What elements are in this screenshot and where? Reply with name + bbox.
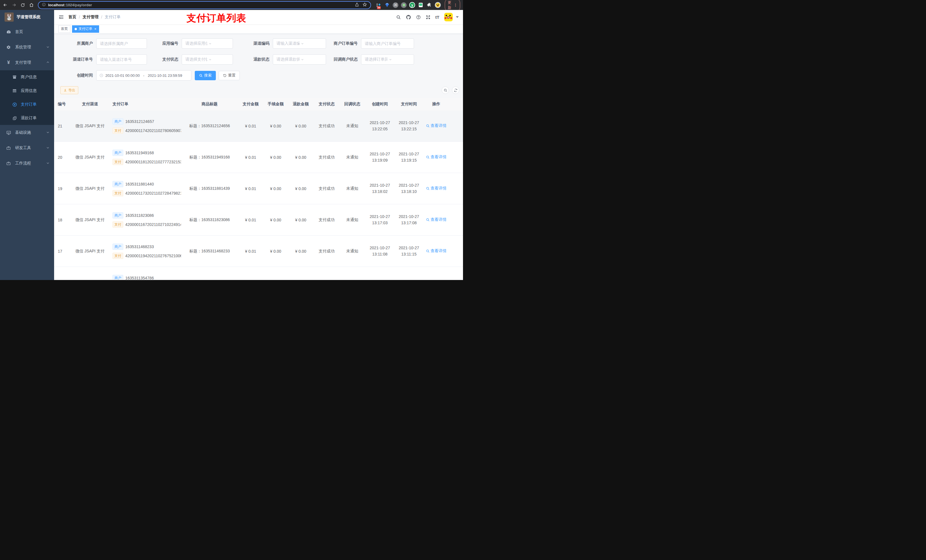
chevron-down-icon xyxy=(301,42,324,45)
sidebar-item-system[interactable]: 系统管理 xyxy=(0,39,54,55)
sidebar-item-merchant-info[interactable]: 商户信息 xyxy=(0,70,54,84)
sidebar-item-dev-tools[interactable]: 研发工具 xyxy=(0,140,54,155)
fullscreen-icon[interactable] xyxy=(426,15,431,20)
sidebar-item-label: 支付订单 xyxy=(21,102,37,107)
browser-menu-icon[interactable]: ⋮ xyxy=(454,3,457,7)
browser-reload-icon[interactable] xyxy=(21,3,25,8)
toggle-search-button[interactable] xyxy=(442,86,449,94)
extension-gem-icon[interactable] xyxy=(384,2,390,8)
reset-button[interactable]: 重置 xyxy=(219,71,240,80)
extension-diamond-icon[interactable]: 10 xyxy=(375,2,381,8)
merchant-tag: 商户 xyxy=(112,212,123,219)
channel-order-no-input[interactable] xyxy=(96,54,147,65)
breadcrumb: 首页 / 支付管理 / 支付订单 xyxy=(68,15,121,20)
view-detail-link[interactable]: 查看详情 xyxy=(426,186,446,191)
extension-dot-icon[interactable] xyxy=(401,2,407,8)
sidebar-item-label: 支付管理 xyxy=(15,60,31,65)
font-size-button[interactable]: tT xyxy=(436,15,439,20)
view-detail-link[interactable]: 查看详情 xyxy=(426,248,446,254)
pay-tag: 支付 xyxy=(112,221,123,228)
view-detail-link[interactable]: 查看详情 xyxy=(426,154,446,160)
channel-code-select[interactable]: 请输入渠道编码 xyxy=(273,38,326,49)
col-header-channel: 支付渠道 xyxy=(70,101,110,107)
refresh-button[interactable] xyxy=(452,86,459,94)
app-logo-row[interactable]: 🐰 芋道管理系统 xyxy=(0,10,54,24)
sidebar-item-refund-order[interactable]: 退款订单 xyxy=(0,111,54,125)
cell-refund-amount: ¥ 0.00 xyxy=(288,218,313,222)
view-detail-link[interactable]: 查看详情 xyxy=(426,217,446,222)
chevron-down-icon xyxy=(46,161,50,166)
sidebar-item-pay-order[interactable]: 支付订单 xyxy=(0,98,54,111)
bookmark-star-icon[interactable] xyxy=(363,2,367,8)
tag-close-icon[interactable]: × xyxy=(94,27,97,31)
merchant-select-input[interactable] xyxy=(96,38,147,49)
cell-pay-amount: ¥ 0.01 xyxy=(238,155,263,160)
avatar[interactable] xyxy=(444,13,453,21)
sidebar-item-payment[interactable]: ¥ 支付管理 xyxy=(0,55,54,70)
sidebar-item-home[interactable]: 首页 xyxy=(0,24,54,39)
url-host: localhost xyxy=(48,3,64,7)
cell-paid-time: 2021-10-2713:11:15 xyxy=(395,246,422,257)
cell-product-title: 标题：1635311468233 xyxy=(181,249,238,254)
avatar-caret-icon[interactable] xyxy=(456,16,459,18)
extension-chat-icon[interactable] xyxy=(418,2,424,8)
date-end-value[interactable]: 2021-10-31 23:59:59 xyxy=(148,73,182,78)
create-time-range-picker[interactable]: 2021-10-01 00:00:00 - 2021-10-31 23:59:5… xyxy=(96,70,191,80)
cell-refund-amount: ¥ 0.00 xyxy=(288,155,313,160)
sidebar-fold-icon[interactable] xyxy=(58,14,64,20)
top-navbar: 首页 / 支付管理 / 支付订单 tT xyxy=(54,10,463,24)
sidebar-item-workflow[interactable]: 工作流程 xyxy=(0,155,54,171)
update-button[interactable]: 更新 ⋮ xyxy=(445,0,460,11)
chevron-down-icon xyxy=(389,58,412,61)
refund-status-select[interactable]: 请选择退款状态 xyxy=(273,54,326,65)
merchant-tag: 商户 xyxy=(112,244,123,250)
extension-puzzle-icon[interactable] xyxy=(426,2,432,8)
merchant-order-no: 1635311823086 xyxy=(125,213,154,218)
merchant-order-no-input[interactable] xyxy=(361,38,414,49)
breadcrumb-pay-manage[interactable]: 支付管理 xyxy=(83,15,98,20)
search-button[interactable]: 搜索 xyxy=(195,71,216,80)
sidebar-item-app-info[interactable]: 应用信息 xyxy=(0,84,54,98)
toolbox-icon xyxy=(6,146,11,150)
table-row: 20 微信 JSAPI 支付 商户 1635311949168 支付 42000… xyxy=(54,142,463,173)
yen-icon: ¥ xyxy=(6,60,11,65)
cell-order-id: 17 xyxy=(54,249,70,254)
sidebar-item-infrastructure[interactable]: 基础设施 xyxy=(0,125,54,140)
extension-icons: 10 ⌘ y xyxy=(375,2,441,8)
date-start-value[interactable]: 2021-10-01 00:00:00 xyxy=(105,73,140,78)
app-select[interactable]: 请选择应用信息 xyxy=(182,38,233,49)
tag-pay-order[interactable]: 支付订单 × xyxy=(72,25,99,33)
help-icon[interactable] xyxy=(416,15,421,20)
channel-pay-no: 4200001173202110272847982104 xyxy=(125,191,181,195)
pay-status-select[interactable]: 请选择支付状态 xyxy=(182,54,233,65)
export-button[interactable]: 导出 xyxy=(61,86,78,94)
filter-label-channel-order-no: 渠道订单号 xyxy=(54,57,96,62)
tag-home[interactable]: 首页 xyxy=(58,25,70,33)
extension-y-icon[interactable]: y xyxy=(409,2,415,8)
cell-paid-time: 2021-10-2713:19:15 xyxy=(395,152,422,163)
cell-notify-status: 未通知 xyxy=(340,124,365,128)
share-icon[interactable] xyxy=(355,3,359,8)
reset-button-label: 重置 xyxy=(228,73,236,78)
view-detail-label: 查看详情 xyxy=(431,123,446,128)
cell-pay-channel: 微信 JSAPI 支付 xyxy=(70,155,110,160)
browser-back-icon[interactable] xyxy=(3,3,8,8)
cell-created-time: 2021-10-2713:18:02 xyxy=(365,183,395,194)
gear-icon xyxy=(6,45,11,50)
extension-command-icon[interactable]: ⌘ xyxy=(393,2,398,8)
github-icon[interactable] xyxy=(406,15,411,20)
browser-forward-icon[interactable] xyxy=(12,3,17,8)
breadcrumb-home[interactable]: 首页 xyxy=(68,15,76,20)
notify-status-select[interactable]: 请选择订单回调商户状态 xyxy=(361,54,414,65)
cell-paid-time: 2021-10-2713:17:08 xyxy=(395,214,422,225)
view-detail-link[interactable]: 查看详情 xyxy=(426,123,446,128)
col-header-id: 编号 xyxy=(54,101,70,107)
browser-home-icon[interactable] xyxy=(29,3,34,8)
extension-emoji-icon[interactable] xyxy=(435,2,441,8)
chevron-up-icon xyxy=(46,60,50,65)
search-icon[interactable] xyxy=(396,15,401,20)
briefcase-icon xyxy=(6,161,11,166)
site-info-icon[interactable] xyxy=(42,3,46,8)
url-bar[interactable]: localhost:1024/pay/order xyxy=(38,1,371,9)
tag-label: 首页 xyxy=(61,26,68,31)
